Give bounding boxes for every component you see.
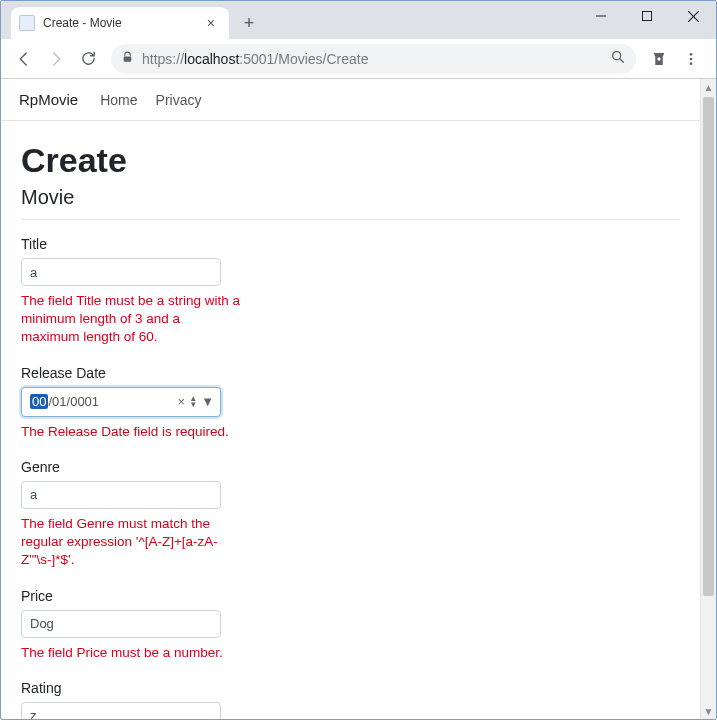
tab-title: Create - Movie [43, 16, 203, 30]
scroll-down-icon[interactable]: ▼ [701, 703, 716, 719]
forward-button[interactable] [41, 44, 71, 74]
browser-tab[interactable]: Create - Movie × [11, 7, 229, 39]
release-date-error: The Release Date field is required. [21, 423, 241, 441]
menu-button[interactable] [676, 44, 706, 74]
svg-rect-4 [124, 56, 132, 61]
close-icon[interactable]: × [203, 13, 219, 33]
address-bar[interactable]: https://localhost:5001/Movies/Create [111, 44, 636, 74]
new-tab-button[interactable]: + [235, 9, 263, 37]
zoom-icon[interactable] [610, 49, 626, 68]
release-date-rest: /01/0001 [48, 394, 99, 409]
account-icon[interactable] [644, 44, 674, 74]
svg-point-7 [657, 57, 660, 60]
svg-point-10 [690, 62, 693, 65]
rating-input[interactable] [21, 702, 221, 719]
reload-button[interactable] [73, 44, 103, 74]
window-close-button[interactable] [670, 1, 716, 31]
svg-rect-1 [643, 12, 652, 21]
lock-icon [121, 51, 134, 67]
svg-point-8 [690, 53, 693, 56]
date-picker-icon[interactable]: ▼ [201, 394, 214, 409]
nav-link-home[interactable]: Home [100, 92, 137, 108]
browser-titlebar: Create - Movie × + [1, 1, 716, 39]
url-text: https://localhost:5001/Movies/Create [142, 51, 610, 67]
scrollbar[interactable]: ▲ ▼ [700, 79, 716, 719]
price-input[interactable] [21, 610, 221, 638]
title-error: The field Title must be a string with a … [21, 292, 241, 347]
date-clear-icon[interactable]: × [178, 394, 186, 409]
rating-label: Rating [21, 680, 401, 696]
genre-input[interactable] [21, 481, 221, 509]
svg-point-9 [690, 57, 693, 60]
release-date-input[interactable]: 00/01/0001 × ▲▼ ▼ [21, 387, 221, 417]
brand[interactable]: RpMovie [19, 91, 78, 108]
release-date-label: Release Date [21, 365, 401, 381]
window-controls [578, 1, 716, 31]
title-input[interactable] [21, 258, 221, 286]
minimize-button[interactable] [578, 1, 624, 31]
scroll-up-icon[interactable]: ▲ [701, 79, 716, 95]
back-button[interactable] [9, 44, 39, 74]
site-nav: RpMovie Home Privacy [1, 79, 700, 121]
price-label: Price [21, 588, 401, 604]
divider [21, 219, 680, 220]
nav-link-privacy[interactable]: Privacy [156, 92, 202, 108]
title-label: Title [21, 236, 401, 252]
price-error: The field Price must be a number. [21, 644, 241, 662]
page-title: Create [21, 141, 680, 180]
browser-toolbar: https://localhost:5001/Movies/Create [1, 39, 716, 79]
scroll-thumb[interactable] [703, 97, 714, 596]
viewport: RpMovie Home Privacy Create Movie Title … [1, 79, 700, 719]
genre-label: Genre [21, 459, 401, 475]
favicon [19, 15, 35, 31]
genre-error: The field Genre must match the regular e… [21, 515, 241, 570]
svg-line-6 [620, 59, 623, 62]
svg-point-5 [613, 52, 621, 60]
page-subtitle: Movie [21, 186, 680, 209]
date-spinner[interactable]: ▲▼ [189, 396, 197, 408]
maximize-button[interactable] [624, 1, 670, 31]
release-date-month: 00 [30, 394, 48, 409]
